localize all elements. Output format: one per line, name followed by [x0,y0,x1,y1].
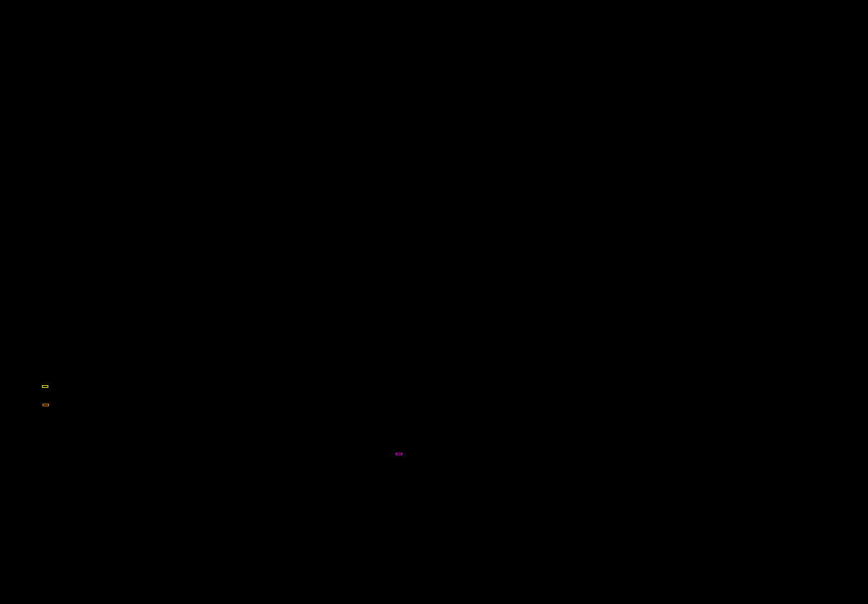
sounding-analysis-window [0,0,868,604]
skewt-plot [0,0,564,604]
cinh-axis-label [43,404,49,406]
lcl-level-label [396,453,402,455]
cape-axis-label [42,385,48,388]
parameter-table [566,0,864,521]
